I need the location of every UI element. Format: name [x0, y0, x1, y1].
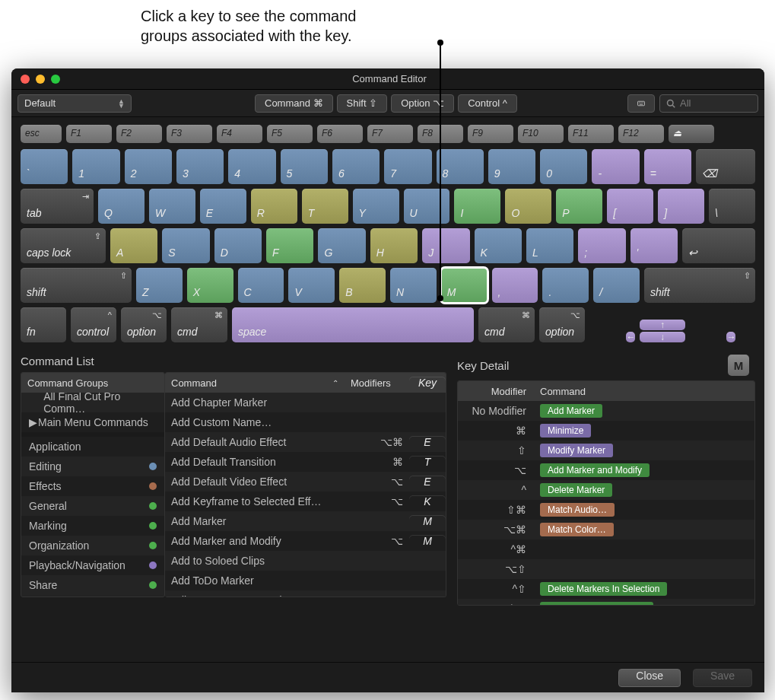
key-f12[interactable]: F12	[618, 125, 664, 143]
key-[interactable]: ]	[658, 189, 704, 224]
key-1[interactable]: 1	[72, 149, 119, 184]
key-detail-row[interactable]: ^⌥Roles: Apply Music Role	[458, 599, 754, 605]
command-row[interactable]: Add Custom Name…	[165, 412, 446, 432]
command-row[interactable]: Add Default Audio Effect⌥⌘E	[165, 432, 446, 452]
command-row[interactable]: Add Chapter Marker	[165, 393, 446, 412]
key-f3[interactable]: F3	[167, 125, 212, 143]
search-field[interactable]: All	[659, 94, 758, 113]
key-detail-row[interactable]: ⇧Modify Marker	[458, 441, 754, 460]
key-[interactable]: ↩	[682, 228, 755, 263]
key-[interactable]: ;	[578, 228, 625, 263]
close-button[interactable]: Close	[618, 669, 681, 687]
key-f4[interactable]: F4	[217, 125, 262, 143]
key-a[interactable]: A	[110, 228, 157, 263]
key-[interactable]: =	[644, 149, 691, 184]
maximize-icon[interactable]	[51, 75, 60, 84]
key-[interactable]: -	[592, 149, 639, 184]
key-3[interactable]: 3	[176, 149, 224, 184]
key-[interactable]: ↓	[640, 332, 685, 342]
key-h[interactable]: H	[370, 228, 418, 263]
key-fn[interactable]: fn	[21, 307, 66, 342]
key-[interactable]: [	[607, 189, 653, 224]
key-[interactable]: ↑	[640, 320, 685, 330]
key-option[interactable]: option⌥	[539, 307, 585, 342]
key-v[interactable]: V	[288, 268, 335, 303]
key-space[interactable]: space	[232, 307, 474, 342]
key-c[interactable]: C	[238, 268, 284, 303]
key-i[interactable]: I	[454, 189, 500, 224]
command-row[interactable]: Add Keyframe to Selected Eff…⌥K	[165, 492, 446, 511]
key-o[interactable]: O	[505, 189, 551, 224]
key-q[interactable]: Q	[98, 189, 145, 224]
key-t[interactable]: T	[302, 189, 348, 224]
key-[interactable]: ⌫	[696, 149, 755, 184]
command-row[interactable]: Add Marker and Modify⌥M	[165, 531, 446, 551]
key-[interactable]: →	[726, 332, 735, 342]
key-6[interactable]: 6	[332, 149, 380, 184]
key-option[interactable]: option⌥	[121, 307, 167, 342]
key-e[interactable]: E	[200, 189, 246, 224]
key-shift[interactable]: shift⇧	[21, 268, 132, 303]
command-group-row[interactable]: Editing	[21, 457, 164, 476]
key-f5[interactable]: F5	[267, 125, 313, 143]
keyboard-highlight-button[interactable]	[627, 94, 655, 113]
command-group-row[interactable]: General	[21, 496, 164, 516]
key-f7[interactable]: F7	[367, 125, 413, 143]
key-7[interactable]: 7	[384, 149, 431, 184]
modifier-command-button[interactable]: Command ⌘	[255, 94, 333, 113]
key-w[interactable]: W	[149, 189, 195, 224]
key-x[interactable]: X	[187, 268, 233, 303]
key-f[interactable]: F	[266, 228, 313, 263]
command-group-row[interactable]: Share	[21, 575, 164, 595]
command-row[interactable]: Add Default Transition⌘T	[165, 452, 446, 472]
key-cmd[interactable]: cmd⌘	[478, 307, 535, 342]
key-cmd[interactable]: cmd⌘	[171, 307, 227, 342]
key-[interactable]: /	[593, 268, 640, 303]
command-column-header[interactable]: Command⌃	[165, 377, 345, 389]
command-group-row[interactable]: All Final Cut Pro Comm…	[21, 393, 164, 412]
modifier-option-button[interactable]: Option ⌥	[391, 94, 454, 113]
key-[interactable]: ←	[626, 332, 635, 342]
key-j[interactable]: J	[422, 228, 469, 263]
key-5[interactable]: 5	[281, 149, 328, 184]
key-[interactable]: `	[21, 149, 68, 184]
command-group-row[interactable]: ▶Main Menu Commands	[21, 412, 164, 432]
key-s[interactable]: S	[162, 228, 209, 263]
key-detail-row[interactable]: No ModifierAdd Marker	[458, 401, 754, 421]
key-r[interactable]: R	[251, 189, 297, 224]
command-row[interactable]: Add Default Video Effect⌥E	[165, 472, 446, 492]
key-8[interactable]: 8	[437, 149, 484, 184]
key-shift[interactable]: shift⇧	[644, 268, 755, 303]
key-4[interactable]: 4	[228, 149, 275, 184]
key-detail-row[interactable]: ⇧⌘Match Audio…	[458, 500, 754, 520]
key-n[interactable]: N	[390, 268, 437, 303]
key-p[interactable]: P	[556, 189, 602, 224]
preset-popup[interactable]: Default ▲▼	[17, 94, 132, 113]
key-f11[interactable]: F11	[568, 125, 614, 143]
command-group-row[interactable]: Application	[21, 437, 164, 457]
modifier-shift-button[interactable]: Shift ⇧	[337, 94, 388, 113]
key-m[interactable]: M	[441, 268, 488, 303]
command-group-row[interactable]: Playback/Navigation	[21, 555, 164, 575]
key-detail-row[interactable]: ⌥⇧	[458, 559, 754, 579]
key-9[interactable]: 9	[488, 149, 535, 184]
key-2[interactable]: 2	[125, 149, 172, 184]
key-f2[interactable]: F2	[116, 125, 162, 143]
command-group-row[interactable]: Effects	[21, 476, 164, 496]
key-b[interactable]: B	[339, 268, 386, 303]
key-f9[interactable]: F9	[468, 125, 513, 143]
key-capslock[interactable]: caps lock⇪	[21, 228, 106, 263]
key-tab[interactable]: tab⇥	[21, 189, 94, 224]
key-g[interactable]: G	[318, 228, 365, 263]
disclosure-triangle-icon[interactable]: ▶	[29, 416, 38, 428]
key-⏏[interactable]: ⏏	[669, 125, 714, 143]
key-f6[interactable]: F6	[317, 125, 363, 143]
key-y[interactable]: Y	[353, 189, 399, 224]
key-f1[interactable]: F1	[66, 125, 112, 143]
command-row[interactable]: Add to Soloed Clips	[165, 551, 446, 571]
key-detail-row[interactable]: ^Delete Marker	[458, 480, 754, 500]
key-[interactable]: \	[709, 189, 755, 224]
key-[interactable]: .	[542, 268, 589, 303]
key-l[interactable]: L	[526, 228, 573, 263]
key-control[interactable]: control^	[71, 307, 116, 342]
